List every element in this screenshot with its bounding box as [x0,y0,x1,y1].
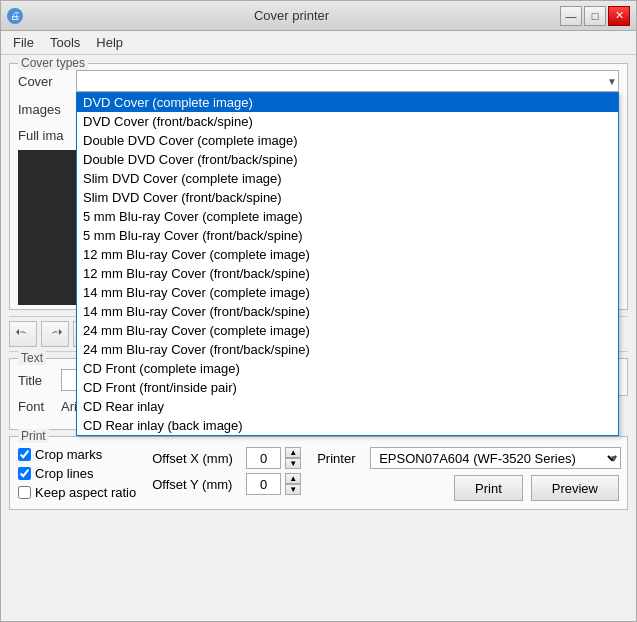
print-button[interactable]: Print [454,475,523,501]
dropdown-item-15[interactable]: CD Front (front/inside pair) [77,378,618,397]
offset-y-row: Offset Y (mm) ▲ ▼ [152,473,301,495]
dropdown-item-4[interactable]: Slim DVD Cover (complete image) [77,169,618,188]
dropdown-item-11[interactable]: 14 mm Blu-ray Cover (front/back/spine) [77,302,618,321]
print-section-label: Print [18,429,49,443]
window-title: Cover printer [23,8,560,23]
cover-types-group: Cover types Cover ▼ DVD Cover (complete … [9,63,628,310]
crop-lines-label[interactable]: Crop lines [18,466,136,481]
offset-x-down-button[interactable]: ▼ [285,458,301,469]
dropdown-item-13[interactable]: 24 mm Blu-ray Cover (front/back/spine) [77,340,618,359]
offset-y-spinner: ▲ ▼ [285,473,301,495]
menu-file[interactable]: File [5,33,42,52]
maximize-button[interactable]: □ [584,6,606,26]
title-bar: 🖨 Cover printer — □ ✕ [1,1,636,31]
crop-marks-checkbox[interactable] [18,448,31,461]
print-group: Print Crop marks Crop lines Keep aspect … [9,436,628,510]
crop-marks-text: Crop marks [35,447,102,462]
keep-ratio-text: Keep aspect ratio [35,485,136,500]
cover-row: Cover ▼ DVD Cover (complete image) DVD C… [18,70,619,92]
print-inner: Crop marks Crop lines Keep aspect ratio … [18,447,619,501]
text-section-label: Text [18,351,46,365]
title-field-label: Title [18,373,53,388]
crop-lines-text: Crop lines [35,466,94,481]
cover-type-dropdown[interactable]: DVD Cover (complete image) DVD Cover (fr… [76,92,619,436]
offset-y-down-button[interactable]: ▼ [285,484,301,495]
cover-select-wrapper: ▼ DVD Cover (complete image) DVD Cover (… [76,70,619,92]
print-right: Printer EPSON07A604 (WF-3520 Series) ▼ P… [317,447,619,501]
keep-ratio-checkbox[interactable] [18,486,31,499]
print-offsets: Offset X (mm) ▲ ▼ Offset Y (mm) ▲ ▼ [152,447,301,495]
crop-lines-checkbox[interactable] [18,467,31,480]
printer-label: Printer [317,451,362,466]
undo-button[interactable] [9,321,37,347]
offset-y-input[interactable] [246,473,281,495]
offset-x-up-button[interactable]: ▲ [285,447,301,458]
dropdown-item-16[interactable]: CD Rear inlay [77,397,618,416]
dropdown-item-1[interactable]: DVD Cover (front/back/spine) [77,112,618,131]
dropdown-item-14[interactable]: CD Front (complete image) [77,359,618,378]
dropdown-item-9[interactable]: 12 mm Blu-ray Cover (front/back/spine) [77,264,618,283]
printer-select[interactable]: EPSON07A604 (WF-3520 Series) [370,447,621,469]
offset-x-label: Offset X (mm) [152,451,242,466]
crop-marks-label[interactable]: Crop marks [18,447,136,462]
offset-y-label: Offset Y (mm) [152,477,242,492]
undo-icon [15,326,31,342]
keep-ratio-label[interactable]: Keep aspect ratio [18,485,136,500]
images-field-label: Images [18,102,68,117]
redo-icon [47,326,63,342]
cover-type-select[interactable] [76,70,619,92]
menu-help[interactable]: Help [88,33,131,52]
minimize-button[interactable]: — [560,6,582,26]
dropdown-item-17[interactable]: CD Rear inlay (back image) [77,416,618,435]
offset-x-spinner: ▲ ▼ [285,447,301,469]
offset-x-input[interactable] [246,447,281,469]
preview-button[interactable]: Preview [531,475,619,501]
offset-x-row: Offset X (mm) ▲ ▼ [152,447,301,469]
dropdown-item-7[interactable]: 5 mm Blu-ray Cover (front/back/spine) [77,226,618,245]
close-button[interactable]: ✕ [608,6,630,26]
menu-tools[interactable]: Tools [42,33,88,52]
dropdown-item-12[interactable]: 24 mm Blu-ray Cover (complete image) [77,321,618,340]
offset-y-up-button[interactable]: ▲ [285,473,301,484]
dropdown-item-6[interactable]: 5 mm Blu-ray Cover (complete image) [77,207,618,226]
dropdown-item-10[interactable]: 14 mm Blu-ray Cover (complete image) [77,283,618,302]
window-controls: — □ ✕ [560,6,630,26]
action-buttons: Print Preview [317,475,619,501]
full-image-label: Full ima [18,128,68,143]
cover-types-label: Cover types [18,56,88,70]
dropdown-item-2[interactable]: Double DVD Cover (complete image) [77,131,618,150]
main-window: 🖨 Cover printer — □ ✕ File Tools Help Co… [0,0,637,622]
dropdown-item-0[interactable]: DVD Cover (complete image) [77,93,618,112]
menu-bar: File Tools Help [1,31,636,55]
redo-button[interactable] [41,321,69,347]
print-checkboxes: Crop marks Crop lines Keep aspect ratio [18,447,136,500]
font-field-label: Font [18,399,53,414]
app-icon: 🖨 [7,8,23,24]
dropdown-item-5[interactable]: Slim DVD Cover (front/back/spine) [77,188,618,207]
main-content: Cover types Cover ▼ DVD Cover (complete … [1,55,636,621]
dropdown-item-3[interactable]: Double DVD Cover (front/back/spine) [77,150,618,169]
dropdown-item-8[interactable]: 12 mm Blu-ray Cover (complete image) [77,245,618,264]
printer-row: Printer EPSON07A604 (WF-3520 Series) ▼ [317,447,619,469]
cover-field-label: Cover [18,74,68,89]
